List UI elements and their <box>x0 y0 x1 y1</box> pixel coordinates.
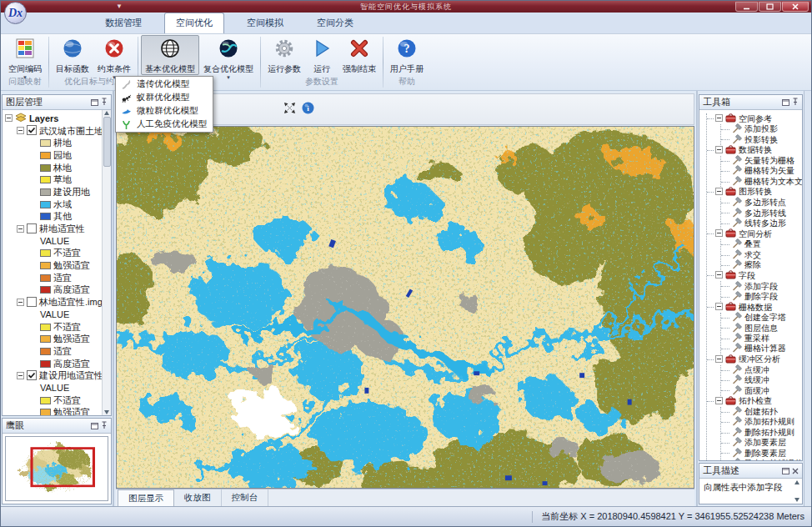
toolbox-category-shape-conversion[interactable]: 图形转换 <box>707 187 802 198</box>
tab-spatial-simulation[interactable]: 空间模拟 <box>236 13 294 33</box>
menu-item-ant-colony-model[interactable]: 蚁群优化模型 <box>117 91 212 104</box>
maximize-button[interactable] <box>759 2 781 12</box>
tab-spatial-optimization[interactable]: 空间优化 <box>164 13 224 33</box>
run-button[interactable]: 运行 <box>305 35 338 75</box>
float-panel-icon[interactable] <box>782 466 789 476</box>
toolbox-category-spatial-analysis[interactable]: 空间分析 <box>707 228 802 239</box>
layer-checkbox[interactable] <box>27 223 37 235</box>
expander-icon[interactable] <box>715 146 723 155</box>
expander-icon[interactable] <box>17 371 24 381</box>
toolbox-category-topology-check[interactable]: 拓扑检查 <box>707 396 802 407</box>
toolbox-tool[interactable]: 求交 <box>721 250 802 260</box>
toolbox-tool[interactable]: 叠置 <box>721 239 802 249</box>
toolbox-tool[interactable]: 栅格转为矢量 <box>721 166 802 176</box>
scroll-up-icon[interactable] <box>104 111 109 115</box>
expander-icon[interactable] <box>715 355 723 364</box>
expander-icon[interactable] <box>5 113 13 123</box>
float-panel-icon[interactable] <box>782 98 789 108</box>
constraint-condition-button[interactable]: 约束条件 ▼ <box>93 35 135 75</box>
toolbox-category-spatial-reference[interactable]: 空间参考 <box>707 113 802 124</box>
layers-scrollbar[interactable] <box>102 110 111 415</box>
toolbox-tool[interactable]: 多边形转点 <box>721 198 802 208</box>
toolbox-tool[interactable]: 导出拓扑错误信息 <box>721 459 802 460</box>
toolbox-tool[interactable]: 点缓冲 <box>721 365 802 375</box>
map-tab-console[interactable]: 控制台 <box>222 489 269 506</box>
toolbox-tool[interactable]: 擦除 <box>721 260 802 270</box>
expander-icon[interactable] <box>17 224 24 234</box>
toolbox-category-data-conversion[interactable]: 数据转换 <box>707 145 802 156</box>
layer-node[interactable]: 耕地适宜性 <box>5 223 102 235</box>
toolbox-tool[interactable]: 重采样 <box>721 334 802 344</box>
app-logo[interactable]: Dx <box>4 2 27 24</box>
toolbox-tool[interactable]: 多边形转线 <box>721 208 802 218</box>
landuse-map[interactable] <box>117 127 694 488</box>
toolbox-tool[interactable]: 栅格计算器 <box>721 344 802 354</box>
composite-optimization-model-button[interactable]: 复合优化模型 ▼ <box>199 35 258 75</box>
layer-node[interactable]: 林地适宜性.img <box>5 296 102 309</box>
map-canvas[interactable] <box>116 126 694 489</box>
menu-item-particle-swarm-model[interactable]: 微粒群优化模型 <box>117 104 212 118</box>
toolbox-tool[interactable]: 创建金字塔 <box>721 313 802 323</box>
toolbox-tool[interactable]: 删除要素层 <box>721 448 802 458</box>
toolbox-tool[interactable]: 创建拓扑 <box>721 407 802 417</box>
expander-icon[interactable] <box>17 298 24 308</box>
identify-icon[interactable]: i <box>302 102 314 118</box>
layer-node[interactable]: 建设用地适宜性 <box>5 369 102 382</box>
toolbox-tool[interactable]: 线转多边形 <box>721 218 802 228</box>
map-tab-overview-map[interactable]: 收放图 <box>174 489 222 506</box>
layer-checkbox[interactable] <box>27 125 37 137</box>
toolbox-tool[interactable]: 添加要素层 <box>721 438 802 448</box>
expander-icon[interactable] <box>715 271 723 280</box>
expander-icon[interactable] <box>715 397 723 406</box>
menu-item-genetic-model[interactable]: 遗传优化模型 <box>117 78 212 91</box>
float-panel-icon[interactable] <box>91 98 98 108</box>
run-parameters-button[interactable]: 运行参数 <box>263 35 305 75</box>
layers-root-node[interactable]: Layers <box>5 113 102 125</box>
toolbox-tool[interactable]: 投影转换 <box>721 134 802 144</box>
eagle-eye-map[interactable] <box>5 436 108 501</box>
full-extent-icon[interactable] <box>283 102 296 118</box>
expander-icon[interactable] <box>715 188 723 197</box>
quick-access-dropdown-icon[interactable]: ▼ <box>116 2 123 12</box>
expander-icon[interactable] <box>715 303 723 312</box>
pin-panel-icon[interactable] <box>101 421 108 431</box>
toolbox-tool[interactable]: 添加投影 <box>721 124 802 134</box>
scroll-thumb[interactable] <box>103 117 111 167</box>
scroll-down-icon[interactable] <box>104 410 109 414</box>
float-panel-icon[interactable] <box>91 421 98 431</box>
close-panel-icon[interactable] <box>792 466 799 476</box>
layer-checkbox[interactable] <box>27 297 37 309</box>
toolbox-category-fields[interactable]: 字段 <box>707 270 802 281</box>
close-button[interactable] <box>782 2 809 12</box>
expander-icon[interactable] <box>17 126 24 136</box>
force-stop-button[interactable]: 强制结束 <box>338 35 380 75</box>
toolbox-tool[interactable]: 栅格转为文本文件 <box>721 177 802 187</box>
tool-description-scrollbar[interactable] <box>793 480 801 502</box>
toolbox-tool[interactable]: 面缓冲 <box>721 385 802 395</box>
scroll-down-icon[interactable] <box>794 498 799 502</box>
layer-checkbox[interactable] <box>27 370 37 382</box>
spatial-encoding-button[interactable]: 空间编码 ▼ <box>4 35 46 75</box>
objective-function-button[interactable]: 目标函数 <box>52 35 93 75</box>
toolbox-tool[interactable]: 添加字段 <box>721 281 802 291</box>
pin-panel-icon[interactable] <box>101 98 108 108</box>
layer-node[interactable]: 武汉城市圈土地利用 <box>5 125 102 138</box>
tab-data-management[interactable]: 数据管理 <box>94 13 153 33</box>
toolbox-category-raster-data[interactable]: 栅格数据 <box>707 302 802 313</box>
toolbox-category-buffer-analysis[interactable]: 缓冲区分析 <box>707 354 802 365</box>
toolbox-tool[interactable]: 删除字段 <box>721 292 802 302</box>
minimize-button[interactable] <box>735 2 758 12</box>
menu-item-immune-model[interactable]: 人工免疫优化模型 <box>117 118 212 131</box>
pin-panel-icon[interactable] <box>792 98 799 108</box>
toolbox-tool[interactable]: 图层信息 <box>721 323 802 333</box>
toolbox-tool[interactable]: 添加拓扑规则 <box>721 417 802 427</box>
tab-spatial-classification[interactable]: 空间分类 <box>306 13 364 33</box>
expander-icon[interactable] <box>715 114 723 123</box>
user-manual-button[interactable]: ? 用户手册 <box>386 35 428 75</box>
basic-optimization-model-button[interactable]: 基本优化模型 ▼ <box>141 35 199 75</box>
toolbox-tool[interactable]: 矢量转为栅格 <box>721 156 802 166</box>
toolbox-tool[interactable]: 线缓冲 <box>721 375 802 385</box>
toolbox-tool[interactable]: 删除拓扑规则 <box>721 428 802 438</box>
scroll-up-icon[interactable] <box>794 480 799 484</box>
map-tab-layer-display[interactable]: 图层显示 <box>118 489 174 506</box>
